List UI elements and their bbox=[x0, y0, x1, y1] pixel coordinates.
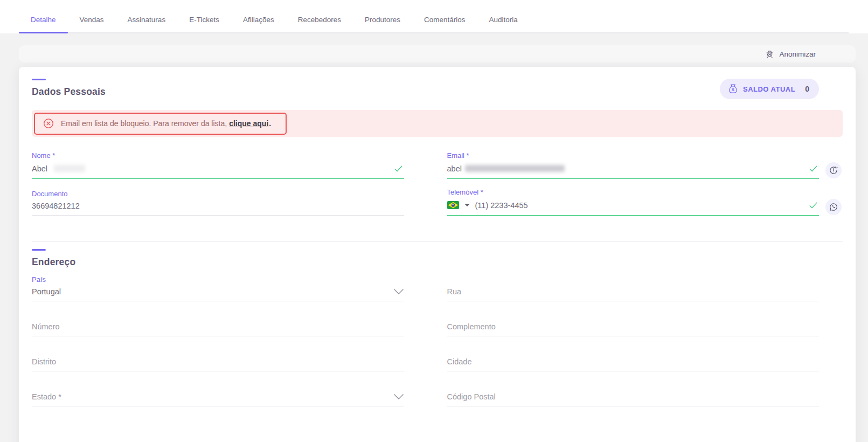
complemento-field: Complemento bbox=[447, 322, 820, 336]
flag-caret-down-icon[interactable] bbox=[464, 204, 470, 206]
email-field: Email * abel bbox=[447, 151, 820, 179]
personal-form: Nome * Abel Email * abel bbox=[32, 151, 819, 216]
masked-text bbox=[54, 165, 85, 172]
tab-bar: DetalheVendasAssinaturasE-TicketsAfiliaç… bbox=[0, 0, 868, 33]
main-content: Anonimizar Dados Pessoais $ SALDO ATUAL … bbox=[0, 33, 868, 442]
numero-input[interactable]: Número bbox=[32, 322, 404, 336]
anonymous-spy-icon bbox=[765, 50, 774, 59]
estado-placeholder: Estado * bbox=[32, 392, 61, 401]
distrito-placeholder: Distrito bbox=[32, 357, 56, 366]
codigo-postal-placeholder: Código Postal bbox=[447, 392, 496, 401]
alert-message-prefix: Email em lista de bloqueio. Para remover… bbox=[61, 119, 227, 128]
cidade-placeholder: Cidade bbox=[447, 357, 472, 366]
estado-field: Estado * bbox=[32, 392, 404, 406]
complemento-input[interactable]: Complemento bbox=[447, 322, 820, 336]
address-form: País Portugal Rua Número bbox=[32, 275, 819, 406]
page: { "colors":{"accent":"#7367f0","success"… bbox=[0, 0, 868, 442]
tab-vendas[interactable]: Vendas bbox=[68, 16, 116, 32]
chevron-down-icon bbox=[393, 393, 404, 400]
rua-input[interactable]: Rua bbox=[447, 287, 820, 301]
clique-aqui-link[interactable]: clique aqui bbox=[229, 119, 268, 128]
documento-input[interactable]: 36694821212 bbox=[32, 202, 404, 216]
documento-field: Documento 36694821212 bbox=[32, 190, 404, 216]
saldo-atual-badge[interactable]: $ SALDO ATUAL 0 bbox=[720, 79, 819, 99]
chevron-down-icon bbox=[393, 288, 404, 295]
money-bag-icon: $ bbox=[728, 84, 738, 94]
pais-select[interactable]: Portugal bbox=[32, 287, 404, 301]
telemovel-label: Telemóvel * bbox=[447, 188, 820, 196]
check-icon bbox=[393, 163, 404, 174]
saldo-atual-value: 0 bbox=[805, 85, 809, 93]
complemento-placeholder: Complemento bbox=[447, 322, 496, 331]
tab-e-tickets[interactable]: E-Tickets bbox=[177, 16, 231, 32]
codigo-postal-field: Código Postal bbox=[447, 392, 820, 406]
tab-detalhe[interactable]: Detalhe bbox=[19, 16, 68, 32]
tab-auditoria[interactable]: Auditoria bbox=[477, 16, 530, 32]
masked-text bbox=[465, 165, 565, 172]
email-blocklist-alert: Email em lista de bloqueio. Para remover… bbox=[32, 110, 843, 137]
email-input[interactable]: abel bbox=[447, 163, 820, 179]
numero-placeholder: Número bbox=[32, 322, 60, 331]
svg-text:$: $ bbox=[732, 87, 734, 92]
numero-field: Número bbox=[32, 322, 404, 336]
documento-value: 36694821212 bbox=[32, 202, 80, 210]
telemovel-field: Telemóvel * (11) 2233-4455 bbox=[447, 188, 820, 216]
alert-message: Email em lista de bloqueio. Para remover… bbox=[61, 119, 271, 128]
tab-assinaturas[interactable]: Assinaturas bbox=[116, 16, 178, 32]
alert-highlight-box: Email em lista de bloqueio. Para remover… bbox=[34, 113, 287, 135]
email-label: Email * bbox=[447, 151, 820, 160]
section-dash bbox=[32, 79, 46, 80]
check-icon bbox=[808, 163, 819, 174]
codigo-postal-input[interactable]: Código Postal bbox=[447, 392, 820, 406]
whatsapp-icon bbox=[829, 202, 838, 212]
detail-card: Dados Pessoais $ SALDO ATUAL 0 bbox=[19, 67, 856, 442]
email-value: abel bbox=[447, 164, 462, 173]
rua-field: Rua bbox=[447, 287, 820, 301]
refresh-alert-icon bbox=[829, 165, 838, 175]
telemovel-input[interactable]: (11) 2233-4455 bbox=[447, 200, 820, 216]
section-divider bbox=[32, 241, 843, 242]
tab-comentarios[interactable]: Comentários bbox=[412, 16, 477, 32]
tab-produtores[interactable]: Produtores bbox=[353, 16, 412, 32]
nome-input[interactable]: Abel bbox=[32, 163, 404, 179]
x-circle-icon bbox=[43, 118, 54, 129]
tab-recebedores[interactable]: Recebedores bbox=[286, 16, 353, 32]
pais-label: País bbox=[32, 275, 404, 284]
anonymize-label: Anonimizar bbox=[779, 50, 816, 58]
section-title-dados-pessoais: Dados Pessoais bbox=[32, 86, 106, 98]
toolbar: Anonimizar bbox=[19, 45, 856, 63]
email-resync-button[interactable] bbox=[825, 162, 842, 178]
rua-placeholder: Rua bbox=[447, 287, 462, 296]
pais-value: Portugal bbox=[32, 287, 61, 296]
tabs-nav: DetalheVendasAssinaturasE-TicketsAfiliaç… bbox=[19, 0, 849, 33]
telemovel-value: (11) 2233-4455 bbox=[475, 201, 528, 210]
nome-field: Nome * Abel bbox=[32, 151, 404, 179]
cidade-input[interactable]: Cidade bbox=[447, 357, 820, 371]
saldo-atual-label: SALDO ATUAL bbox=[743, 85, 795, 93]
nome-value: Abel bbox=[32, 164, 47, 173]
check-icon bbox=[808, 200, 819, 210]
distrito-field: Distrito bbox=[32, 357, 404, 371]
estado-select[interactable]: Estado * bbox=[32, 392, 404, 406]
section-dash bbox=[32, 249, 46, 251]
distrito-input[interactable]: Distrito bbox=[32, 357, 404, 371]
section-title-endereco: Endereço bbox=[32, 257, 819, 268]
tab-afiliacoes[interactable]: Afiliações bbox=[231, 16, 286, 32]
whatsapp-button[interactable] bbox=[825, 199, 842, 215]
nome-label: Nome * bbox=[32, 151, 404, 160]
cidade-field: Cidade bbox=[447, 357, 820, 371]
anonymize-button[interactable]: Anonimizar bbox=[765, 50, 816, 59]
alert-message-suffix: . bbox=[269, 119, 271, 128]
brazil-flag-icon[interactable] bbox=[447, 201, 459, 209]
documento-label: Documento bbox=[32, 190, 404, 198]
pais-field: País Portugal bbox=[32, 275, 404, 301]
